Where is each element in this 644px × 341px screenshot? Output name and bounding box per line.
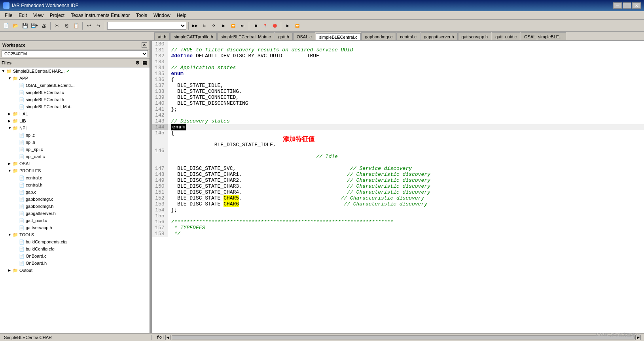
tab-gattservapp[interactable]: gattservapp.h — [458, 32, 492, 40]
target-selector[interactable] — [107, 22, 186, 30]
toolbar-cut[interactable]: ✂ — [53, 21, 61, 30]
toolbar-open[interactable]: 📂 — [11, 21, 20, 30]
tree-file-buildconfig[interactable]: 📄 buildConfig.cfg — [0, 245, 150, 252]
tree-file-central-c[interactable]: 📄 central.c — [0, 174, 150, 181]
code-table: 130 131 // TRUE to filter discovery resu… — [152, 41, 644, 237]
line-code: // Discovery states — [168, 118, 644, 124]
onboardc-icon: 📄 — [19, 254, 25, 259]
tab-gapbondmgr[interactable]: gapbondmgr.c — [361, 32, 396, 40]
tree-file-simpleblecentral-main[interactable]: 📄 simpleBLECentral_Mai... — [0, 103, 150, 110]
title-text: IAR Embedded Workbench IDE — [12, 3, 79, 8]
tree-folder-profiles[interactable]: ▼ 📁 PROFILES — [0, 167, 150, 174]
tab-gatt-h[interactable]: gatt.h — [275, 32, 293, 40]
minimize-btn[interactable]: ─ — [613, 2, 622, 9]
tab-osal-c[interactable]: OSAL.c — [293, 32, 315, 40]
gapc-icon: 📄 — [19, 190, 25, 195]
tree-filter-btn[interactable]: ▤ — [141, 59, 148, 66]
toolbar-btn-c1[interactable]: ▶ — [283, 21, 292, 30]
menu-file[interactable]: File — [2, 11, 15, 19]
toolbar-btn-a2[interactable]: ▷ — [200, 21, 209, 30]
line-code: BLE_STATE_CONNECTED, — [168, 94, 644, 100]
tree-file-simpleblecentral-c[interactable]: 📄 simpleBLECentral.c — [0, 89, 150, 96]
tree-folder-osal[interactable]: ▶ 📁 OSAL — [0, 160, 150, 167]
menu-help[interactable]: Help — [174, 11, 190, 19]
line-code: BLE_DISC_STATE_CHAR4, // Characteristic … — [168, 189, 644, 195]
menu-window[interactable]: Window — [150, 11, 174, 19]
toolbar-btn-a4[interactable]: ▶ — [219, 21, 228, 30]
toolbar-btn-a3[interactable]: ⟳ — [210, 21, 218, 30]
tree-gattserv-label: gattservapp.h — [26, 225, 52, 230]
toolbar-redo[interactable]: ↪ — [94, 21, 103, 30]
workspace-select[interactable]: CC2540EM — [2, 50, 148, 57]
tab-simpleblecentral-main[interactable]: simpleBLECentral_Main.c — [217, 32, 275, 40]
sidebar-close-btn[interactable]: ✕ — [142, 42, 147, 48]
menu-view[interactable]: View — [30, 11, 47, 19]
tree-folder-hal[interactable]: ▶ 📁 HAL — [0, 110, 150, 117]
line-number: 157 — [152, 225, 168, 231]
scroll-left-btn[interactable]: ◀ — [165, 335, 171, 340]
toolbar-undo[interactable]: ↩ — [85, 21, 93, 30]
tree-sbc-h-label: simpleBLECentral.h — [26, 97, 64, 102]
toolbar-btn-a6[interactable]: ⏭ — [238, 21, 247, 30]
tab-att-h[interactable]: att.h — [154, 32, 170, 40]
menu-ti-emulator[interactable]: Texas Instruments Emulator — [68, 11, 133, 19]
tree-config-btn[interactable]: ⚙ — [134, 59, 141, 66]
toolbar-new[interactable]: 📄 — [2, 21, 10, 30]
tree-file-npi-h[interactable]: 📄 npi.h — [0, 139, 150, 146]
toolbar-btn-b1[interactable]: ⏺ — [251, 21, 260, 30]
tree-file-osal[interactable]: 📄 OSAL_simpleBLECentr... — [0, 82, 150, 89]
tree-root[interactable]: ▼ 📁 SimpleBLECentralCHAR... ✓ — [0, 68, 150, 75]
tree-folder-tools[interactable]: ▼ 📁 TOOLS — [0, 231, 150, 238]
toolbar-print[interactable]: 🖨 — [40, 21, 48, 30]
maximize-btn[interactable]: □ — [623, 2, 631, 9]
toolbar-btn-a5[interactable]: ⏩ — [229, 21, 237, 30]
window-buttons: ─ □ ✕ — [613, 2, 641, 9]
menu-edit[interactable]: Edit — [15, 11, 30, 19]
close-btn[interactable]: ✕ — [632, 2, 641, 9]
toolbar-save[interactable]: 💾 — [21, 21, 29, 30]
tree-folder-lib[interactable]: ▶ 📁 LIB — [0, 117, 150, 124]
tree-file-onboard-h[interactable]: 📄 OnBoard.h — [0, 260, 150, 267]
code-content[interactable]: 130 131 // TRUE to filter discovery resu… — [152, 41, 644, 333]
tab-gatt-uuid[interactable]: gatt_uuid.c — [492, 32, 520, 40]
toolbar-btn-c2[interactable]: ⏩ — [293, 21, 301, 30]
menu-tools[interactable]: Tools — [133, 11, 150, 19]
tree-file-onboard-c[interactable]: 📄 OnBoard.c — [0, 252, 150, 260]
tree-file-gapbondmgr-h[interactable]: 📄 gapbondmgr.h — [0, 203, 150, 210]
table-row: 138 BLE_STATE_CONNECTING, — [152, 89, 644, 94]
tab-simplegattprofile[interactable]: simpleGATTprofile.h — [170, 32, 216, 40]
tab-central-c[interactable]: central.c — [396, 32, 420, 40]
tree-folder-outout[interactable]: ▶ 📁 Outout — [0, 267, 150, 274]
menubar: File Edit View Project Texas Instruments… — [0, 11, 644, 20]
tree-file-gattservapp-h[interactable]: 📄 gattservapp.h — [0, 224, 150, 231]
tree-folder-app[interactable]: ▼ 📁 APP — [0, 75, 150, 82]
tree-file-buildcomponents[interactable]: 📄 buildComponents.cfg — [0, 238, 150, 245]
toolbar-copy[interactable]: ⎘ — [62, 21, 71, 30]
toolbar-btn-b2[interactable]: 📍 — [261, 21, 269, 30]
toolbar-paste[interactable]: 📋 — [72, 21, 80, 30]
osal-folder-icon: 📁 — [13, 161, 18, 166]
tree-folder-npi[interactable]: ▼ 📁 NPI — [0, 124, 150, 132]
app-folder-icon: 📁 — [13, 76, 18, 81]
menu-project[interactable]: Project — [47, 11, 68, 19]
tab-simpleblecentral-c[interactable]: simpleBLECentral.c — [316, 33, 361, 41]
tree-file-central-h[interactable]: 📄 central.h — [0, 181, 150, 188]
tab-osal-simpleble[interactable]: OSAL_simpleBLE... — [521, 32, 566, 40]
tree-file-npi-uart[interactable]: 📄 npi_uart.c — [0, 153, 150, 160]
table-row: 134 // Application states — [152, 65, 644, 71]
tab-gapgattserver[interactable]: gapgattserver.h — [420, 32, 458, 40]
tree-centralc-label: central.c — [26, 175, 42, 180]
hal-folder-icon: 📁 — [13, 111, 18, 117]
toolbar-btn-a1[interactable]: ▶▶ — [191, 21, 199, 30]
toolbar-btn-b3[interactable]: 🔴 — [270, 21, 279, 30]
npi-folder-icon: 📁 — [13, 126, 18, 131]
tree-file-gapbondmgr-c[interactable]: 📄 gapbondmgr.c — [0, 196, 150, 203]
tree-file-simpleblecentral-h[interactable]: 📄 simpleBLECentral.h — [0, 96, 150, 103]
scroll-track[interactable] — [172, 335, 635, 339]
tree-file-npi-c[interactable]: 📄 npi.c — [0, 132, 150, 139]
toolbar-saveall[interactable]: 💾+ — [30, 21, 39, 30]
tree-file-gatt-uuid[interactable]: 📄 gatt_uuid.c — [0, 217, 150, 224]
tree-file-gap-c[interactable]: 📄 gap.c — [0, 188, 150, 196]
tree-file-gapgattserver-h[interactable]: 📄 gapgattserver.h — [0, 210, 150, 217]
tree-file-npi-spi[interactable]: 📄 npi_spi.c — [0, 146, 150, 153]
